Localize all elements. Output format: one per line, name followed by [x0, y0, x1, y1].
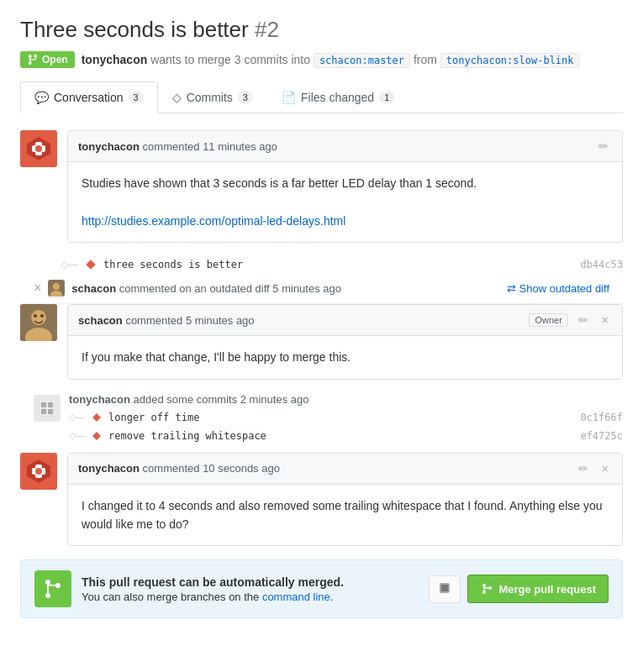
comment-box-3: tonychacon commented 10 seconds ago ✏ × … — [67, 453, 623, 547]
svg-point-26 — [45, 593, 50, 598]
commits-added-time: 2 minutes ago — [240, 393, 309, 406]
outdated-text: schacon commented on an outdated diff 5 … — [71, 282, 499, 295]
commit2-message: longer off time — [108, 412, 199, 423]
merge-squash-btn[interactable] — [429, 575, 461, 603]
svg-point-31 — [482, 584, 486, 587]
schacon-small-avatar — [48, 280, 65, 297]
commits-icon — [40, 401, 55, 416]
show-outdated-btn[interactable]: ⇄ Show outdated diff — [507, 282, 609, 295]
svg-point-4 — [35, 145, 42, 152]
timeline: tonychacon commented 11 minutes ago ✏ St… — [20, 113, 623, 618]
avatar-tonychacon-1 — [20, 130, 57, 167]
merge-bar: This pull request can be automatically m… — [20, 559, 623, 618]
svg-point-24 — [35, 468, 42, 475]
comment-box-1: tonychacon commented 11 minutes ago ✏ St… — [67, 130, 623, 243]
comment1-author[interactable]: tonychacon — [78, 140, 140, 153]
commits-added-details: tonychacon added some commits 2 minutes … — [69, 393, 623, 444]
comment3-text: I changed it to 4 seconds and also remov… — [82, 496, 609, 534]
comment3-delete-btn[interactable]: × — [598, 460, 612, 477]
commit-row-1: ◇— three seconds is better db44c53 — [20, 256, 623, 273]
svg-rect-19 — [92, 432, 101, 440]
comment-header-3: tonychacon commented 10 seconds ago ✏ × — [68, 454, 622, 485]
pr-number: #2 — [255, 17, 279, 42]
tab-files[interactable]: 📄 Files changed 1 — [267, 81, 408, 113]
merge-cmd-link[interactable]: command line — [262, 591, 330, 603]
comment1-text: Studies have shown that 3 seconds is a f… — [82, 174, 609, 192]
svg-point-12 — [34, 314, 37, 318]
comment2-body: If you make that change, I'll be happy t… — [68, 336, 622, 378]
comment-item-3: tonychacon commented 10 seconds ago ✏ × … — [20, 453, 623, 547]
comment2-edit-btn[interactable]: ✏ — [575, 312, 592, 328]
comment-box-2: schacon commented 5 minutes ago Owner ✏ … — [67, 304, 623, 379]
merge-title: This pull request can be automatically m… — [82, 575, 419, 589]
commit-row-trailing: ◇— remove trailing whitespace ef4725c — [69, 428, 623, 444]
git-branch-icon — [27, 54, 39, 66]
head-branch-tag[interactable]: tonychacon:slow-blink — [440, 53, 580, 68]
outdated-arrows-icon: ⇄ — [507, 282, 516, 295]
comment3-author[interactable]: tonychacon — [78, 462, 140, 475]
commit1-message: three seconds is better — [103, 259, 243, 270]
comment1-link[interactable]: http://studies.example.com/optimal-led-d… — [82, 214, 345, 228]
commit-diamond-icon-1 — [85, 259, 97, 270]
tab-conversation[interactable]: 💬 Conversation 3 — [20, 81, 158, 113]
merge-subtitle: You can also merge branches on the — [82, 591, 262, 603]
outdated-section: × schacon commented on an outdated diff … — [20, 273, 623, 304]
pr-meta: Open tonychacon wants to merge 3 commits… — [20, 51, 623, 68]
comment2-text: If you make that change, I'll be happy t… — [82, 348, 609, 366]
comment2-author[interactable]: schacon — [78, 314, 123, 327]
comment-header-1: tonychacon commented 11 minutes ago ✏ — [68, 131, 622, 162]
comment1-edit-btn[interactable]: ✏ — [595, 138, 612, 155]
conversation-icon: 💬 — [34, 91, 49, 104]
commit-row-longer: ◇— longer off time 0c1f66f — [69, 409, 623, 426]
avatar-tonychacon-3 — [20, 453, 57, 490]
merge-btn-label: Merge pull request — [498, 583, 596, 596]
tabs-bar: 💬 Conversation 3 ◇ Commits 3 📄 Files cha… — [20, 81, 623, 113]
outdated-author[interactable]: schacon — [71, 282, 116, 295]
commit2-hash: 0c1f66f — [580, 412, 623, 423]
commits-icon: ◇ — [172, 91, 182, 104]
conversation-count: 3 — [129, 92, 144, 103]
outdated-x-icon[interactable]: × — [34, 281, 41, 296]
comment2-delete-btn[interactable]: × — [598, 312, 612, 328]
svg-rect-17 — [48, 409, 53, 414]
svg-rect-5 — [86, 260, 95, 270]
page-container: Three seconds is better #2 Open tonychac… — [0, 0, 643, 635]
comment-header-2: schacon commented 5 minutes ago Owner ✏ … — [68, 305, 622, 336]
svg-point-7 — [53, 283, 60, 290]
squash-icon — [438, 581, 451, 595]
avatar-schacon — [20, 304, 57, 341]
commits-added-icon — [34, 395, 61, 422]
commit-branch-icon-1: ◇— — [61, 259, 78, 270]
commit3-hash: ef4725c — [580, 430, 623, 442]
files-count: 1 — [379, 92, 394, 103]
merge-text: This pull request can be automatically m… — [82, 575, 419, 603]
commits-added-author[interactable]: tonychacon — [69, 393, 130, 406]
tab-commits[interactable]: ◇ Commits 3 — [158, 81, 267, 113]
pr-title: Three seconds is better #2 — [20, 17, 623, 43]
svg-rect-15 — [48, 402, 53, 407]
base-branch-tag[interactable]: schacon:master — [314, 53, 410, 68]
commit-branch-icon-2: ◇— — [69, 412, 85, 423]
pr-title-text: Three seconds is better — [20, 17, 249, 42]
commits-added-text: tonychacon added some commits 2 minutes … — [69, 393, 623, 406]
comment1-time: commented 11 minutes ago — [143, 140, 277, 153]
owner-badge: Owner — [529, 313, 567, 327]
comment1-body: Studies have shown that 3 seconds is a f… — [68, 162, 622, 242]
merge-icon-box — [34, 570, 71, 607]
files-icon: 📄 — [282, 91, 296, 104]
merge-btn-icon — [480, 582, 493, 596]
svg-point-25 — [45, 580, 50, 585]
comment3-edit-btn[interactable]: ✏ — [575, 460, 592, 477]
svg-rect-14 — [41, 402, 46, 407]
comment2-time: commented 5 minutes ago — [125, 314, 254, 327]
commits-added-section: tonychacon added some commits 2 minutes … — [20, 393, 623, 444]
merge-pr-button[interactable]: Merge pull request — [467, 575, 609, 603]
commits-count: 3 — [238, 92, 253, 103]
commit-branch-icon-3: ◇— — [69, 430, 85, 441]
merge-actions: Merge pull request — [429, 575, 609, 603]
pr-meta-author: tonychacon wants to merge 3 commits into… — [82, 53, 580, 66]
svg-rect-30 — [441, 585, 448, 591]
commit-diamond-3 — [92, 431, 102, 441]
pr-meta-username: tonychacon — [82, 53, 148, 66]
comment-item-2: schacon commented 5 minutes ago Owner ✏ … — [20, 304, 623, 379]
